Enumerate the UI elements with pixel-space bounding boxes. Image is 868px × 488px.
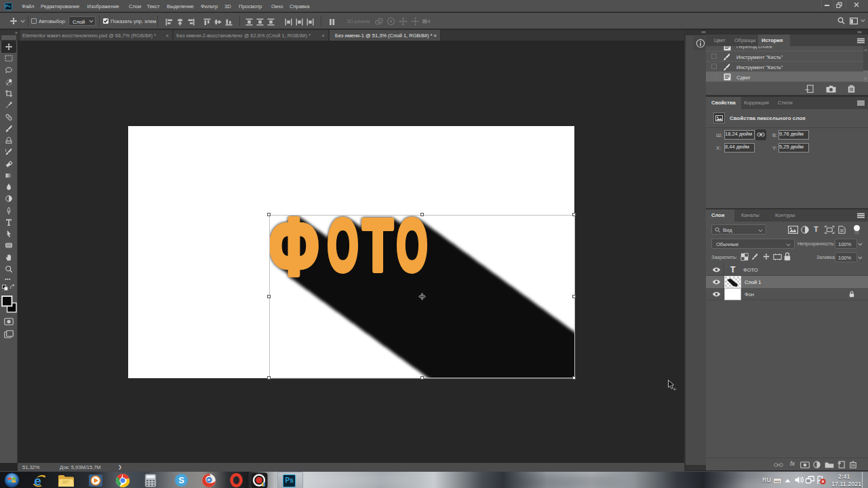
svg-text:S: S bbox=[178, 475, 184, 485]
